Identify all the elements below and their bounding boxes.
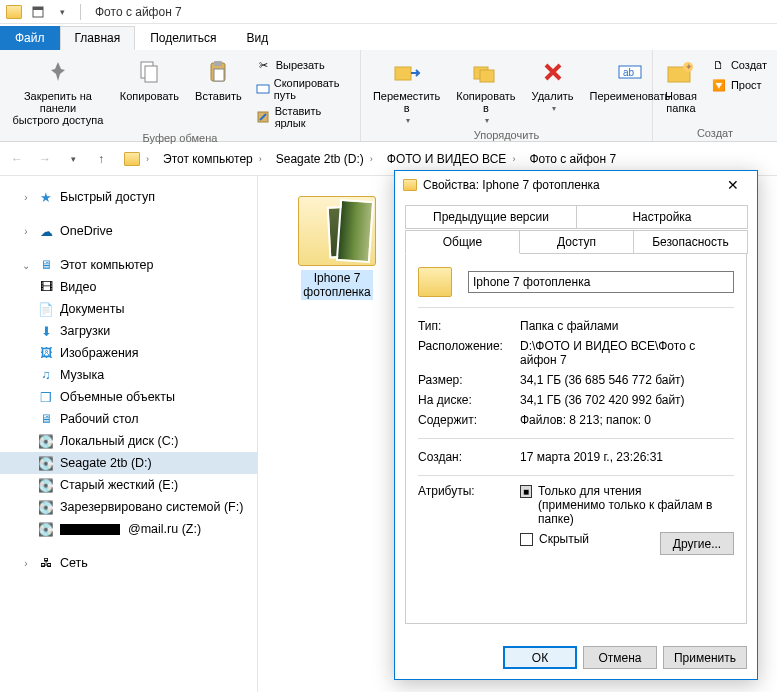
tab-sharing[interactable]: Доступ [519, 230, 634, 254]
crumb-folder-1[interactable]: ФОТО И ВИДЕО ВСЕ [387, 152, 507, 166]
nav-disk-d[interactable]: 💽Seagate 2tb (D:) [0, 452, 257, 474]
tab-security[interactable]: Безопасность [633, 230, 748, 254]
pin-button[interactable]: Закрепить на панели быстрого доступа [8, 54, 108, 128]
tab-previous-versions[interactable]: Предыдущие версии [405, 205, 577, 229]
attributes-label: Атрибуты: [418, 484, 520, 561]
type-label: Тип: [418, 319, 520, 333]
music-icon: ♫ [38, 367, 54, 383]
qat-overflow-icon[interactable] [28, 2, 48, 22]
up-button[interactable]: ↑ [90, 148, 112, 170]
delete-button[interactable]: Удалить [528, 54, 578, 115]
dialog-title: Свойства: Iphone 7 фотопленка [423, 178, 707, 192]
readonly-checkbox[interactable]: ■ Только для чтения(применимо только к ф… [520, 484, 734, 526]
folder-icon [124, 152, 140, 166]
tab-panel-general: Тип:Папка с файлами Расположение:D:\ФОТО… [405, 252, 747, 624]
easy-access-button[interactable]: 🔽Прост [709, 76, 769, 94]
group-create-label: Создат [661, 125, 769, 139]
delete-icon [537, 56, 569, 88]
tab-customize[interactable]: Настройка [576, 205, 748, 229]
nav-disk-f[interactable]: 💽Зарезервировано системой (F:) [0, 496, 257, 518]
tab-file[interactable]: Файл [0, 26, 60, 50]
network-icon: 🖧 [38, 555, 54, 571]
video-icon: 🎞 [38, 279, 54, 295]
new-item-button[interactable]: 🗋Создат [709, 56, 769, 74]
folder-name-input[interactable] [468, 271, 734, 293]
move-to-button[interactable]: Переместить в [369, 54, 444, 127]
nav-downloads[interactable]: ⬇Загрузки [0, 320, 257, 342]
apply-button[interactable]: Применить [663, 646, 747, 669]
svg-rect-9 [395, 67, 411, 80]
location-value: D:\ФОТО И ВИДЕО ВСЕ\Фото с айфон 7 [520, 339, 734, 367]
svg-rect-1 [33, 7, 43, 10]
svg-text:✦: ✦ [685, 62, 693, 72]
svg-rect-6 [214, 69, 224, 81]
hidden-checkbox[interactable]: Скрытый Другие... [520, 532, 734, 555]
window-title: Фото с айфон 7 [95, 5, 182, 19]
group-organize-label: Упорядочить [369, 127, 644, 141]
cut-button[interactable]: ✂Вырезать [254, 56, 352, 74]
crumb-drive[interactable]: Seagate 2tb (D:) [276, 152, 364, 166]
svg-rect-11 [480, 70, 494, 82]
documents-icon: 📄 [38, 301, 54, 317]
nav-onedrive[interactable]: ›☁OneDrive [0, 220, 257, 242]
nav-network[interactable]: ›🖧Сеть [0, 552, 257, 574]
forward-button[interactable]: → [34, 148, 56, 170]
contains-label: Содержит: [418, 413, 520, 427]
close-button[interactable]: ✕ [713, 173, 753, 197]
new-item-icon: 🗋 [711, 57, 727, 73]
copy-to-button[interactable]: Копировать в [452, 54, 519, 127]
svg-text:ab: ab [623, 67, 635, 78]
tab-view[interactable]: Вид [231, 26, 283, 50]
new-folder-button[interactable]: ✦ Новая папка [661, 54, 701, 116]
cancel-button[interactable]: Отмена [583, 646, 657, 669]
copy-icon [133, 56, 165, 88]
nav-quick-access[interactable]: ›★Быстрый доступ [0, 186, 257, 208]
drive-icon: 💽 [38, 521, 54, 537]
shortcut-icon [256, 109, 271, 125]
tab-general[interactable]: Общие [405, 230, 520, 254]
nav-this-pc[interactable]: ⌄🖥Этот компьютер [0, 254, 257, 276]
back-button[interactable]: ← [6, 148, 28, 170]
paste-shortcut-button[interactable]: Вставить ярлык [254, 104, 352, 130]
pin-icon [42, 56, 74, 88]
monitor-icon: 🖥 [38, 257, 54, 273]
nav-video[interactable]: 🎞Видео [0, 276, 257, 298]
svg-rect-3 [145, 66, 157, 82]
nav-disk-z[interactable]: 💽@mail.ru (Z:) [0, 518, 257, 540]
dialog-titlebar[interactable]: Свойства: Iphone 7 фотопленка ✕ [395, 171, 757, 199]
crumb-this-pc[interactable]: Этот компьютер [163, 152, 253, 166]
created-label: Создан: [418, 450, 520, 464]
type-value: Папка с файлами [520, 319, 734, 333]
ribbon: Закрепить на панели быстрого доступа Коп… [0, 50, 777, 142]
copy-button[interactable]: Копировать [116, 54, 183, 104]
drive-icon: 💽 [38, 455, 54, 471]
tab-share[interactable]: Поделиться [135, 26, 231, 50]
ribbon-tabs: Файл Главная Поделиться Вид [0, 24, 777, 50]
downloads-icon: ⬇ [38, 323, 54, 339]
size-label: Размер: [418, 373, 520, 387]
crumb-folder-2[interactable]: Фото с айфон 7 [529, 152, 616, 166]
nav-music[interactable]: ♫Музыка [0, 364, 257, 386]
address-bar[interactable]: › Этот компьютер› Seagate 2tb (D:)› ФОТО… [118, 147, 622, 171]
checkbox-icon: ■ [520, 485, 532, 498]
nav-disk-c[interactable]: 💽Локальный диск (C:) [0, 430, 257, 452]
qat-dropdown-icon[interactable]: ▾ [52, 2, 72, 22]
tab-home[interactable]: Главная [60, 26, 136, 50]
advanced-button[interactable]: Другие... [660, 532, 734, 555]
nav-pictures[interactable]: 🖼Изображения [0, 342, 257, 364]
nav-desktop[interactable]: 🖥Рабочий стол [0, 408, 257, 430]
copy-path-button[interactable]: Скопировать путь [254, 76, 352, 102]
ok-button[interactable]: ОК [503, 646, 577, 669]
recent-locations-button[interactable]: ▾ [62, 148, 84, 170]
properties-dialog: Свойства: Iphone 7 фотопленка ✕ Предыдущ… [394, 170, 758, 680]
nav-documents[interactable]: 📄Документы [0, 298, 257, 320]
folder-thumbnail [298, 196, 376, 266]
folder-item[interactable]: Iphone 7 фотопленка [282, 196, 392, 300]
title-bar: ▾ Фото с айфон 7 [0, 0, 777, 24]
nav-3d-objects[interactable]: ❒Объемные объекты [0, 386, 257, 408]
drive-icon: 💽 [38, 477, 54, 493]
move-icon [391, 56, 423, 88]
paste-button[interactable]: Вставить [191, 54, 246, 104]
nav-disk-e[interactable]: 💽Старый жесткий (E:) [0, 474, 257, 496]
cloud-icon: ☁ [38, 223, 54, 239]
